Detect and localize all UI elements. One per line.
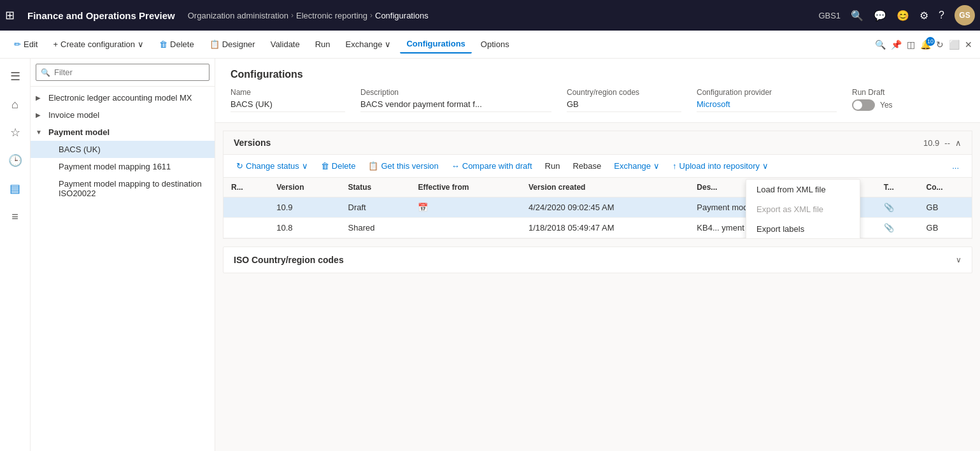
delete-button[interactable]: 🗑 Delete [153,36,201,53]
breadcrumb-item-org[interactable]: Organization administration [188,11,288,20]
validate-button[interactable]: Validate [264,36,306,53]
nav-item-label: Invoice model [48,110,209,120]
sidebar-filter-icon[interactable]: ▤ [3,176,28,201]
pin-icon[interactable]: 📌 [891,39,902,50]
col-version-created: Version created [521,178,689,197]
versions-delete-icon: 🗑 [321,161,329,171]
iso-chevron-icon: ∨ [956,255,962,264]
col-r: R... [224,178,269,197]
versions-exchange-button[interactable]: Exchange ∨ [609,159,665,173]
load-from-xml-item[interactable]: Load from XML file [746,180,860,199]
export-labels-item[interactable]: Export labels [746,219,860,239]
filter-input[interactable] [36,64,209,81]
refresh-icon[interactable]: ↻ [936,39,944,50]
iso-section: ISO Country/region codes ∨ [223,247,972,273]
app-logo: Finance and Operations Preview [20,10,183,21]
sidebar-list-icon[interactable]: ≡ [3,204,28,229]
settings-icon[interactable]: ⚙ [920,10,928,22]
nav-item-bacs-uk[interactable]: BACS (UK) [31,141,215,158]
maximize-icon[interactable]: ⬜ [949,39,960,50]
toggle-row: Yes [852,99,893,111]
app-title: Finance and Operations Preview [27,10,175,21]
upload-chevron-icon: ∨ [762,161,769,171]
exchange-chevron-icon: ∨ [385,39,391,49]
sidebar-recent-icon[interactable]: 🕒 [3,148,28,173]
col-effective-from: Effective from [410,178,521,197]
edit-button[interactable]: ✏ Edit [8,36,44,53]
cell-r [224,218,269,238]
versions-controls: 10.9 -- ∧ [923,138,962,148]
sidebar-hamburger-icon[interactable]: ☰ [3,64,28,89]
cell-effective-from: 📅 [410,197,521,218]
sidebar-home-icon[interactable]: ⌂ [3,92,28,117]
chat-icon[interactable]: 💬 [874,10,886,22]
compare-with-draft-button[interactable]: ↔ Compare with draft [446,159,537,173]
upload-into-repository-button[interactable]: ↑ Upload into repository ∨ [667,159,774,173]
cell-version-created: 1/18/2018 05:49:47 AM [521,218,689,238]
avatar[interactable]: GS [955,5,975,25]
get-this-version-button[interactable]: 📋 Get this version [363,159,443,173]
nav-item-electronic-ledger[interactable]: ▶ Electronic ledger accounting model MX [31,89,215,106]
close-icon[interactable]: ✕ [965,39,972,50]
versions-title: Versions [234,138,923,148]
nav-item-label: Payment model [48,127,209,137]
attach-icon[interactable]: 📎 [884,203,894,212]
description-label: Description [360,88,551,97]
cell-version-created: 4/24/2020 09:02:45 AM [521,197,689,218]
nav-item-label: Payment model mapping to destination ISO… [59,179,209,198]
nav-item-payment-mapping-1611[interactable]: Payment model mapping 1611 [31,158,215,175]
description-field: Description BACS vendor payment format f… [360,88,551,112]
help-icon[interactable]: ? [939,10,944,21]
plus-icon: + [53,39,58,49]
config-fields: Name BACS (UK) Description BACS vendor p… [231,88,965,112]
nav-tree: ▶ Electronic ledger accounting model MX … [31,87,215,451]
configurations-button[interactable]: Configurations [400,35,471,54]
notification-icon[interactable]: 🔔 10 [920,39,931,50]
breadcrumb: Organization administration › Electronic… [188,11,814,20]
toggle-text: Yes [880,101,893,110]
panel-icon[interactable]: ◫ [907,39,915,50]
versions-run-button[interactable]: Run [540,159,565,173]
cell-status: Draft [341,197,411,218]
options-button[interactable]: Options [474,36,516,53]
filter-magnifier-icon: 🔍 [41,68,50,77]
sidebar-star-icon[interactable]: ☆ [3,120,28,145]
nav-item-label: Electronic ledger accounting model MX [48,93,209,103]
change-status-chevron: ∨ [302,161,308,171]
nav-item-invoice-model[interactable]: ▶ Invoice model [31,106,215,124]
more-button[interactable]: ... [947,159,964,173]
provider-link[interactable]: Microsoft [697,99,730,109]
change-status-button[interactable]: ↻ Change status ∨ [231,159,313,173]
face-icon[interactable]: 😊 [897,10,909,22]
breadcrumb-sep-1: › [291,11,294,20]
cell-version: 10.8 [269,218,340,238]
calendar-icon[interactable]: 📅 [418,203,428,212]
nav-item-payment-mapping-iso[interactable]: Payment model mapping to destination ISO… [31,175,215,202]
run-button[interactable]: Run [309,36,337,53]
versions-delete-button[interactable]: 🗑 Delete [316,159,361,173]
exchange-dropdown-chevron: ∨ [653,161,660,171]
designer-button[interactable]: 📋 Designer [203,36,262,53]
create-configuration-button[interactable]: + Create configuration ∨ [46,36,150,53]
breadcrumb-item-config[interactable]: Configurations [375,11,429,20]
toggle-knob [853,101,862,110]
attach-icon[interactable]: 📎 [884,223,894,233]
action-bar-right: 🔍 📌 ◫ 🔔 10 ↻ ⬜ ✕ [870,39,972,50]
breadcrumb-item-er[interactable]: Electronic reporting [296,11,367,20]
search-icon[interactable]: 🔍 [851,10,863,22]
cell-version: 10.9 [269,197,340,218]
waffle-icon[interactable]: ⊞ [5,8,15,22]
iso-header[interactable]: ISO Country/region codes ∨ [224,247,972,273]
config-detail: Configurations Name BACS (UK) Descriptio… [215,59,980,123]
rebase-button[interactable]: Rebase [567,159,606,173]
run-draft-toggle[interactable] [852,99,875,111]
breadcrumb-sep-2: › [370,11,373,20]
col-version: Version [269,178,340,197]
expand-icon: ▶ [36,94,48,101]
nav-item-payment-model[interactable]: ▼ Payment model [31,124,215,141]
versions-section: Versions 10.9 -- ∧ ↻ Change status ∨ 🗑 D… [223,131,972,239]
exchange-button[interactable]: Exchange ∨ [339,36,398,53]
collapse-icon[interactable]: ∧ [955,138,962,148]
actionbar-search-icon[interactable]: 🔍 [875,39,886,50]
cell-effective-from [410,218,521,238]
